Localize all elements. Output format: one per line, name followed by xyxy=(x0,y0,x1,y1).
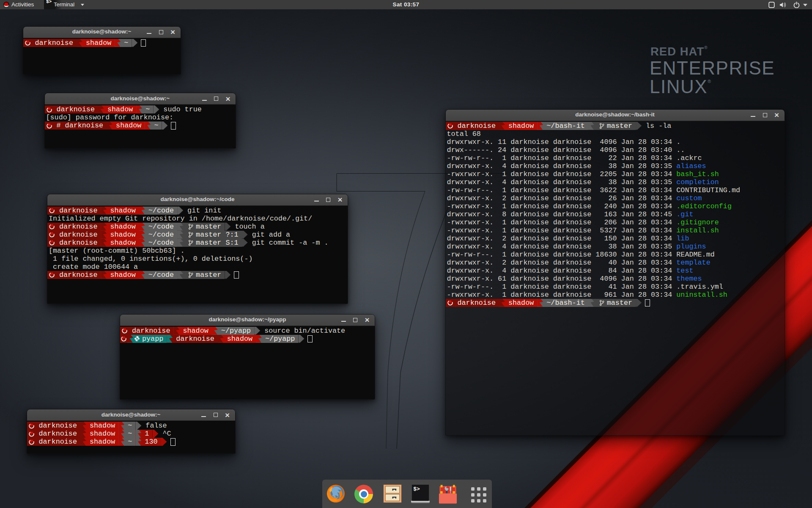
svg-text:$>: $> xyxy=(413,486,420,492)
